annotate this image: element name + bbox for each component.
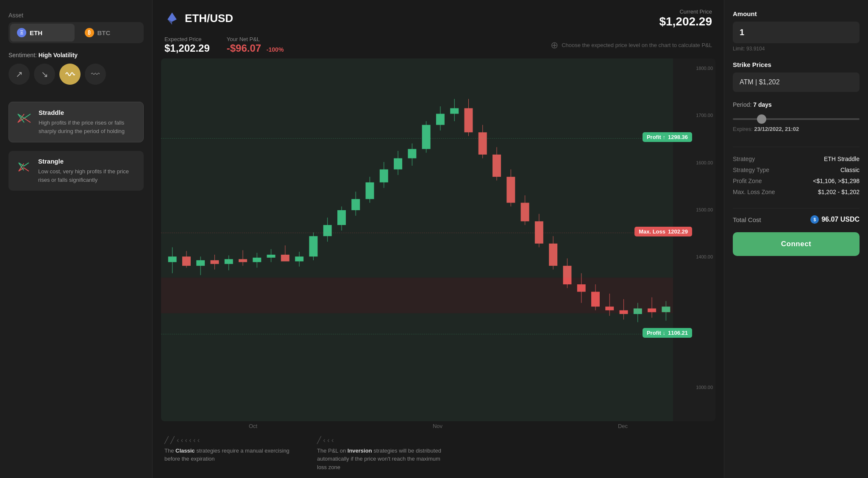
legend-inversion-text: The P&L on Inversion strategies will be …: [317, 447, 444, 472]
straddle-info: Straddle High profits if the price rises…: [39, 109, 136, 135]
eth-icon: Ξ: [17, 28, 26, 37]
amount-label: Amount: [733, 10, 860, 17]
info-row-loss-zone: Max. Loss Zone $1,202 - $1,202: [733, 189, 860, 195]
loss-zone-key: Max. Loss Zone: [733, 189, 775, 195]
sentiment-text: Sentiment: High Volatility: [8, 52, 144, 58]
profit-up-label: Profit ↑: [647, 134, 665, 140]
chart-title: ETH/USD: [164, 11, 233, 26]
main-area: ETH/USD Current Price $1,202.29 Expected…: [153, 0, 724, 478]
price-1600: 1600.00: [696, 160, 713, 165]
limit-text: Limit: 93.9104: [733, 46, 860, 52]
sentiment-value: High Volatility: [39, 52, 78, 58]
month-nov: Nov: [433, 423, 442, 429]
btc-icon: ₿: [85, 28, 94, 37]
current-price-value: $1,202.29: [659, 15, 712, 28]
strike-display: ATM | $1,202: [733, 72, 860, 92]
period-row: Period: 7 days: [733, 101, 860, 108]
expected-price-label: Expected Price: [164, 36, 210, 42]
straddle-title: Straddle: [39, 109, 136, 116]
price-1400: 1400.00: [696, 254, 713, 259]
asset-tab-eth[interactable]: Ξ ETH: [10, 24, 75, 42]
info-row-strategy: Strategy ETH Straddle: [733, 156, 860, 162]
asset-tab-btc[interactable]: ₿ BTC: [78, 24, 142, 42]
loss-zone-val: $1,202 - $1,202: [818, 189, 860, 195]
strangle-info: Strangle Low cost, very high profits if …: [38, 158, 137, 184]
chart-legend: ╱ ╱ ‹ ‹ ‹ ‹ ‹ ‹ The Classic strategies r…: [153, 429, 724, 478]
profit-zone-val: <$1,106, >$1,298: [813, 178, 860, 184]
amount-input[interactable]: [733, 22, 856, 43]
strat-btn-bear[interactable]: ↘: [34, 64, 55, 85]
price-1700: 1700.00: [696, 113, 713, 118]
right-panel: Amount Straddles Limit: 93.9104 Strike P…: [724, 0, 868, 478]
profit-down-line: [161, 334, 690, 334]
expected-price-value: $1,202.29: [164, 42, 210, 54]
expires-text: Expires: 23/12/2022, 21:02: [733, 126, 860, 132]
profit-down-badge: Profit ↓ 1106.21: [643, 328, 692, 338]
expected-price-item: Expected Price $1,202.29: [164, 36, 210, 54]
profit-up-value: 1298.36: [668, 134, 688, 140]
info-row-type: Strategy Type Classic: [733, 167, 860, 173]
total-cost-amount: 96.07 USDC: [821, 216, 860, 223]
max-loss-line: [161, 233, 690, 233]
max-loss-label: Max. Loss: [639, 228, 665, 235]
expires-value: 23/12/2022, 21:02: [754, 126, 799, 132]
strategy-buttons: ↗ ↘ 〰: [8, 64, 144, 85]
inversion-icons: ╱ ‹ ‹ ‹: [317, 436, 444, 444]
divider-2: [733, 208, 860, 208]
pnl-hint-text: Choose the expected price level on the c…: [562, 42, 712, 48]
sidebar: Asset Ξ ETH ₿ BTC Sentiment: High Volati…: [0, 0, 153, 478]
profit-up-line: [161, 138, 690, 139]
legend-inversion: ╱ ‹ ‹ ‹ The P&L on Inversion strategies …: [317, 436, 444, 472]
period-value: 7 days: [753, 101, 772, 108]
strangle-title: Strangle: [38, 158, 137, 165]
amount-unit: Straddles: [856, 22, 860, 43]
total-cost-value: $ 96.07 USDC: [810, 215, 860, 224]
strategy-card-straddle[interactable]: Straddle High profits if the price rises…: [8, 102, 144, 142]
strat-btn-bull[interactable]: ↗: [8, 64, 30, 85]
total-cost-label: Total Cost: [733, 216, 761, 223]
strategy-val: ETH Straddle: [824, 156, 860, 162]
strategy-key: Strategy: [733, 156, 755, 162]
total-cost-row: Total Cost $ 96.07 USDC: [733, 215, 860, 224]
max-loss-value: 1202.29: [668, 228, 688, 235]
price-1000: 1000.00: [696, 385, 713, 390]
divider-1: [733, 147, 860, 147]
max-loss-badge: Max. Loss 1202.29: [634, 227, 692, 236]
strategy-card-strangle[interactable]: Strangle Low cost, very high profits if …: [8, 151, 144, 191]
connect-button[interactable]: Connect: [733, 232, 860, 256]
profit-zone-key: Profit Zone: [733, 178, 762, 184]
wave-icon: [65, 70, 75, 78]
strat-btn-volatile[interactable]: [59, 64, 81, 85]
straddle-icon: [16, 110, 33, 128]
crosshair-icon: ⊕: [551, 40, 558, 51]
info-row-profit-zone: Profit Zone <$1,106, >$1,298: [733, 178, 860, 184]
profit-down-value: 1106.21: [668, 330, 688, 336]
month-dec: Dec: [618, 423, 628, 429]
eth-label: ETH: [30, 29, 42, 36]
pnl-label: Your Net P&L: [227, 36, 284, 42]
strategy-type-val: Classic: [840, 167, 860, 173]
profit-up-badge: Profit ↑ 1298.36: [643, 132, 692, 142]
chart-header: ETH/USD Current Price $1,202.29: [153, 0, 724, 33]
usdc-icon: $: [810, 215, 819, 224]
pnl-bar: Expected Price $1,202.29 Your Net P&L -$…: [153, 33, 724, 58]
btc-label: BTC: [97, 29, 111, 36]
chart-container[interactable]: Profit ↑ 1298.36 Max. Loss 1202.29 Profi…: [161, 58, 715, 421]
strategy-type-key: Strategy Type: [733, 167, 769, 173]
pnl-pct: -100%: [267, 46, 284, 53]
period-slider[interactable]: [733, 118, 860, 120]
straddle-desc: High profits if the price rises or falls…: [39, 119, 136, 135]
month-labels: Oct Nov Dec: [153, 421, 724, 429]
strangle-icon: [15, 158, 32, 177]
period-slider-wrap: [733, 114, 860, 122]
eth-logo-icon: [164, 11, 180, 26]
candlestick-chart[interactable]: [161, 58, 715, 421]
asset-tabs: Ξ ETH ₿ BTC: [8, 22, 144, 43]
period-label: Period: 7 days: [733, 101, 772, 108]
strategy-info-grid: Strategy ETH Straddle Strategy Type Clas…: [733, 156, 860, 195]
current-price-block: Current Price $1,202.29: [659, 8, 712, 28]
amount-input-wrap: Straddles: [733, 22, 860, 43]
pnl-value: -$96.07: [227, 42, 261, 54]
asset-label: Asset: [8, 12, 144, 19]
strat-btn-flat[interactable]: 〰: [85, 64, 106, 85]
